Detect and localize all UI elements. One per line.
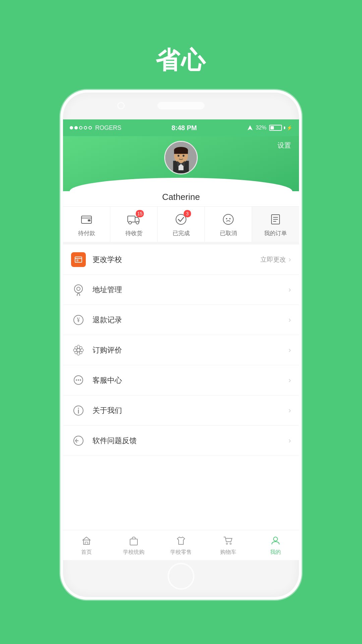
phone-speaker: [158, 102, 204, 109]
menu-item-about[interactable]: 关于我们 ›: [63, 395, 299, 426]
svg-rect-13: [88, 219, 90, 221]
delivery-badge: 15: [136, 210, 144, 217]
menu-item-review[interactable]: 订购评价 ›: [63, 335, 299, 365]
svg-point-30: [77, 287, 80, 290]
header-bottom-curve: [70, 178, 292, 191]
cart-nav-icon: [222, 535, 234, 547]
vol-down-button: [60, 210, 63, 233]
svg-rect-52: [85, 542, 88, 544]
nav-home[interactable]: 首页: [63, 530, 110, 560]
nav-label-school-retail: 学校零售: [170, 549, 192, 556]
chevron-about: ›: [289, 406, 291, 415]
menu-item-service[interactable]: 客服中心 ›: [63, 365, 299, 395]
feedback-icon: [71, 433, 86, 448]
svg-rect-7: [174, 150, 188, 154]
nav-label-cart: 购物车: [220, 549, 236, 556]
dot3: [79, 126, 82, 129]
status-right: 32% ⚡: [247, 125, 292, 131]
menu-label-change-school: 更改学校: [93, 255, 254, 265]
yuan-icon: ¥: [71, 313, 86, 327]
school-change-icon: [71, 252, 86, 267]
tab-label-cancelled: 已取消: [220, 229, 237, 237]
tab-label-pending-delivery: 待收货: [125, 229, 142, 237]
avatar-image: [165, 142, 197, 173]
bag-nav-icon: [128, 535, 140, 547]
svg-rect-14: [128, 216, 135, 222]
dot4: [84, 126, 87, 129]
svg-point-43: [76, 379, 77, 381]
battery-percent: 32%: [256, 125, 266, 131]
home-nav-icon: [80, 535, 93, 547]
cancel-icon: [221, 212, 236, 227]
tab-pending-payment[interactable]: 待付款: [63, 207, 110, 242]
phone-camera: [117, 102, 125, 109]
power-button: [299, 186, 302, 217]
dot5: [88, 126, 92, 129]
menu-label-about: 关于我们: [93, 406, 282, 416]
tab-my-orders[interactable]: 我的订单: [252, 207, 299, 242]
menu-item-address[interactable]: 地址管理 ›: [63, 275, 299, 305]
menu-right-change-school: 立即更改 ›: [260, 255, 291, 264]
tab-label-my-orders: 我的订单: [264, 229, 287, 237]
wallet-icon: [79, 212, 94, 227]
bolt-icon: ⚡: [287, 125, 292, 130]
completed-badge: 3: [184, 210, 191, 217]
menu-item-change-school[interactable]: 更改学校 立即更改 ›: [63, 245, 299, 275]
app-title: 省心: [156, 44, 206, 76]
shirt-nav-icon: [175, 535, 187, 547]
chevron-change-school: ›: [289, 255, 291, 264]
svg-point-48: [78, 408, 79, 409]
nav-school-retail[interactable]: 学校零售: [158, 530, 205, 560]
svg-point-18: [223, 214, 233, 224]
menu-list: 更改学校 立即更改 › 地址管理 ›: [63, 245, 299, 530]
svg-rect-53: [130, 539, 137, 545]
vol-up-button: [60, 180, 63, 203]
svg-point-54: [226, 543, 228, 544]
nav-school-bulk[interactable]: 学校统购: [110, 530, 158, 560]
home-button[interactable]: [168, 563, 194, 590]
info-icon: [71, 403, 86, 418]
avatar[interactable]: [164, 141, 198, 174]
menu-item-feedback[interactable]: 软件问题反馈 ›: [63, 426, 299, 456]
svg-point-44: [78, 379, 79, 381]
chevron-address: ›: [289, 285, 291, 294]
tab-pending-delivery[interactable]: 15 待收货: [110, 207, 158, 242]
order-tabs: 待付款 15 待收货 3: [63, 206, 299, 245]
svg-rect-25: [75, 257, 82, 262]
battery-tip: [284, 126, 285, 129]
battery-body: [269, 125, 282, 131]
screen: ROGERS 8:48 PM 32% ⚡ 设置: [63, 119, 299, 560]
signal-dots: [70, 126, 92, 129]
nav-label-school-bulk: 学校统购: [123, 549, 144, 556]
menu-label-service: 客服中心: [93, 375, 282, 385]
mute-button: [60, 153, 63, 170]
svg-text:¥: ¥: [77, 317, 80, 323]
nav-label-my: 我的: [270, 549, 281, 556]
menu-label-address: 地址管理: [93, 285, 282, 295]
status-bar: ROGERS 8:48 PM 32% ⚡: [63, 119, 299, 136]
tab-cancelled[interactable]: 已取消: [205, 207, 252, 242]
dot1: [70, 126, 73, 129]
list-icon: [268, 212, 283, 227]
nav-my[interactable]: 我的: [252, 530, 299, 560]
chat-icon: [71, 373, 86, 388]
chevron-refund: ›: [289, 316, 291, 324]
menu-label-refund: 退款记录: [93, 315, 282, 325]
status-time: 8:48 PM: [172, 124, 197, 132]
svg-point-15: [129, 221, 131, 224]
menu-item-refund[interactable]: ¥ 退款记录 ›: [63, 305, 299, 335]
profile-header: 设置: [63, 136, 299, 191]
tab-completed[interactable]: 3 已完成: [158, 207, 205, 242]
delivery-icon: 15: [126, 212, 141, 227]
svg-point-45: [80, 379, 81, 381]
nav-label-home: 首页: [81, 549, 92, 556]
nav-cart[interactable]: 购物车: [204, 530, 252, 560]
username: Catherine: [63, 191, 299, 206]
chevron-review: ›: [289, 346, 291, 355]
bottom-nav: 首页 学校统购 学校零售: [63, 530, 299, 560]
battery-fill: [270, 126, 274, 129]
svg-point-8: [178, 155, 180, 157]
settings-button[interactable]: 设置: [278, 141, 291, 150]
phone-frame: ROGERS 8:48 PM 32% ⚡ 设置: [60, 90, 302, 600]
svg-point-16: [136, 221, 139, 224]
